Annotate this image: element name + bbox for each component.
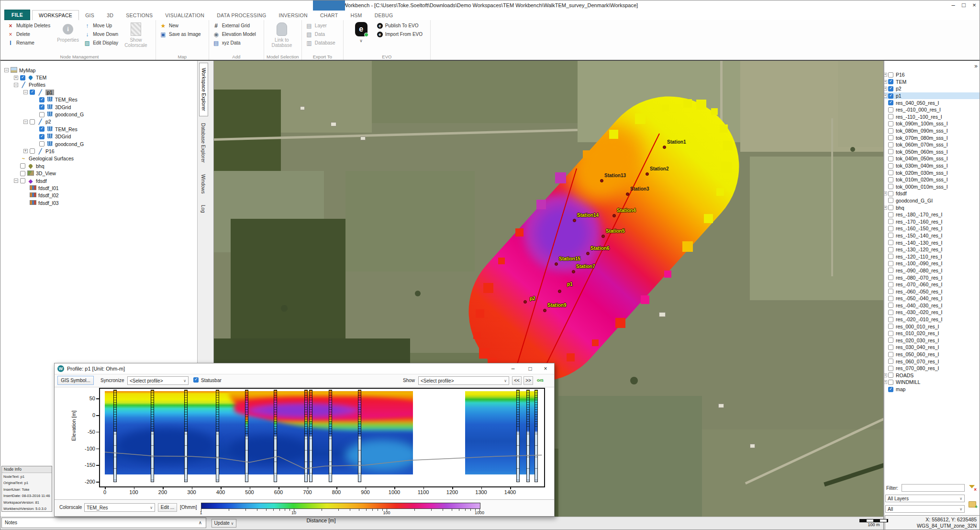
layer-item-roads[interactable]: +ROADS: [884, 372, 980, 379]
layer-item-res_-100_-090_res_i[interactable]: res_-100_-090_res_I: [884, 260, 980, 267]
gis-symbol-button[interactable]: GIS Symbol...: [57, 376, 94, 385]
tab-data-processing[interactable]: DATA PROCESSING: [211, 11, 272, 20]
layer-checkbox[interactable]: [888, 352, 893, 357]
layer-checkbox[interactable]: [888, 142, 893, 147]
tree-item-goodcond_g[interactable]: goodcond_G: [0, 111, 197, 118]
tree-item-mymap[interactable]: –MyMap: [0, 67, 197, 74]
tree-item-profiles[interactable]: –╱Profiles: [0, 81, 197, 89]
colorscale-select[interactable]: TEM_Res ∨: [84, 503, 155, 512]
layer-item-tok_060m_070m_sss_i[interactable]: tok_060m_070m_sss_I: [884, 141, 980, 148]
filter-input[interactable]: [902, 484, 965, 492]
layer-item-res_040_050_res_i[interactable]: res_040_050_res_I: [884, 99, 980, 106]
layer-item-tok_020m_030m_sss_i[interactable]: tok_020m_030m_sss_I: [884, 169, 980, 176]
tree-item-tem_res[interactable]: TEM_Res: [0, 125, 197, 133]
layer-item-windmill[interactable]: +WINDMILL: [884, 379, 980, 386]
layer-item-p16[interactable]: +P16: [884, 71, 980, 79]
layer-checkbox[interactable]: [888, 226, 893, 231]
delete-button[interactable]: ×Delete: [7, 31, 50, 38]
layer-checkbox[interactable]: [888, 275, 893, 280]
link-to-database-button[interactable]: Link to Database: [268, 22, 296, 48]
tree-checkbox[interactable]: [30, 90, 35, 95]
tree-item-bhq[interactable]: bhq: [0, 162, 197, 169]
station-dot-station2[interactable]: [646, 172, 649, 176]
layer-item-tok_090m_100m_sss_i[interactable]: tok_090m_100m_sss_I: [884, 120, 980, 127]
tab-sections[interactable]: SECTIONS: [120, 11, 159, 20]
layer-checkbox[interactable]: [888, 324, 893, 329]
layer-checkbox[interactable]: [888, 107, 893, 113]
station-dot-station6[interactable]: [586, 252, 590, 255]
double-chevron-icon[interactable]: »: [974, 63, 978, 69]
side-tab-database-explorer[interactable]: Database Explorer: [199, 118, 207, 168]
layer-item-res_-090_-080_res_i[interactable]: res_-090_-080_res_I: [884, 267, 980, 274]
minimize-icon[interactable]: –: [948, 0, 958, 10]
layer-checkbox[interactable]: [888, 128, 893, 134]
layer-item-res_-180_-170_res_i[interactable]: res_-180_-170_res_I: [884, 211, 980, 218]
import-from-evo-button[interactable]: eImport From EVO: [377, 31, 423, 38]
collapse-icon[interactable]: –: [14, 179, 18, 183]
layer-checkbox[interactable]: [888, 296, 893, 301]
station-dot-station15[interactable]: [555, 262, 558, 266]
layer-checkbox[interactable]: [888, 331, 893, 336]
station-dot-station7[interactable]: [572, 270, 575, 273]
layer-filter-select[interactable]: All Layers ∨: [885, 495, 965, 502]
layer-item-res_-120_-110_res_i[interactable]: res_-120_-110_res_I: [884, 253, 980, 260]
profile-window-titlebar[interactable]: W Profile: p1 [Unit: Ohm-m] – □ ×: [55, 363, 554, 374]
tree-item-fdsdf[interactable]: –◆fdsdf: [0, 177, 197, 184]
layer-checkbox[interactable]: [888, 79, 893, 84]
expand-icon[interactable]: +: [883, 94, 887, 98]
layer-item-res_060_070_res_i[interactable]: res_060_070_res_I: [884, 358, 980, 365]
layer-item-p2[interactable]: +p2: [884, 85, 980, 92]
tree-item-geological-surfaces[interactable]: ~Geological Surfaces: [0, 155, 197, 162]
layer-checkbox[interactable]: [888, 247, 893, 252]
tree-checkbox[interactable]: [39, 134, 45, 139]
layer-checkbox[interactable]: [888, 380, 893, 385]
add-layer-group-icon[interactable]: [969, 501, 976, 507]
cross-section-plot[interactable]: [99, 388, 545, 487]
layer-item-res_-080_-070_res_i[interactable]: res_-080_-070_res_I: [884, 274, 980, 281]
side-tab-windows[interactable]: Windows: [199, 169, 207, 199]
layer-checkbox[interactable]: [888, 310, 893, 315]
elevation-model-button[interactable]: ◉Elevation Model: [213, 31, 256, 38]
station-dot-station13[interactable]: [600, 179, 603, 182]
restore-icon[interactable]: □: [958, 0, 969, 10]
station-dot-station9[interactable]: [543, 309, 546, 312]
previous-profile-button[interactable]: <<: [512, 376, 522, 385]
colorscale-edit-button[interactable]: Edit ...: [158, 503, 177, 512]
layer-checkbox[interactable]: [888, 93, 893, 99]
side-tab-workspace-explorer[interactable]: Workspace Explorer: [199, 63, 208, 116]
layer-item-res_030_040_res_i[interactable]: res_030_040_res_I: [884, 344, 980, 351]
statusbar-checkbox[interactable]: [193, 377, 199, 383]
layer-item-res_-040_-030_res_i[interactable]: res_-040_-030_res_I: [884, 302, 980, 309]
layer-checkbox[interactable]: [888, 254, 893, 259]
layer-checkbox[interactable]: [888, 261, 893, 266]
station-dot-station14[interactable]: [573, 219, 576, 222]
layer-item-tem[interactable]: +TEM: [884, 79, 980, 86]
tab-visualization[interactable]: VISUALIZATION: [159, 11, 211, 20]
layer-checkbox[interactable]: [888, 184, 893, 189]
layer-checkbox[interactable]: [888, 240, 893, 245]
station-dot-station3[interactable]: [626, 192, 629, 196]
layer-item-res_050_060_res_i[interactable]: res_050_060_res_I: [884, 351, 980, 358]
expand-icon[interactable]: +: [883, 206, 887, 210]
layer-item-map[interactable]: map: [884, 386, 980, 393]
layer-checkbox[interactable]: [888, 170, 893, 175]
layer-checkbox[interactable]: [888, 177, 893, 182]
layer-checkbox[interactable]: [888, 345, 893, 350]
tree-checkbox[interactable]: [39, 104, 45, 110]
tree-item-goodcond_g[interactable]: goodcond_G: [0, 140, 197, 147]
layer-checkbox[interactable]: [888, 289, 893, 294]
expand-icon[interactable]: +: [883, 80, 887, 84]
layer-checkbox[interactable]: [888, 359, 893, 364]
next-profile-button[interactable]: >>: [523, 376, 533, 385]
synchronize-profile-select[interactable]: <Select profile> ∨: [127, 376, 189, 385]
new-button[interactable]: ★New: [160, 22, 201, 29]
layer-checkbox[interactable]: [888, 198, 893, 203]
tab-3d[interactable]: 3D: [100, 11, 120, 20]
tree-item-3dgrid[interactable]: 3DGrid: [0, 103, 197, 111]
layer-checkbox[interactable]: [888, 100, 893, 105]
tree-item-tem[interactable]: +TEM: [0, 74, 197, 81]
tree-checkbox[interactable]: [20, 163, 25, 169]
layer-item-p1[interactable]: +p1: [884, 92, 980, 100]
database-button[interactable]: ▥Database: [306, 39, 335, 46]
station-dot-station4[interactable]: [612, 214, 616, 217]
